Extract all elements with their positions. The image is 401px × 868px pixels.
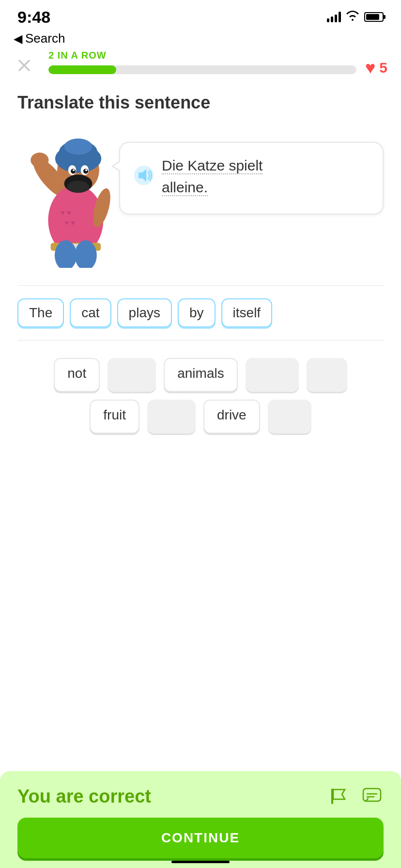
home-indicator bbox=[171, 861, 230, 863]
result-panel: You are correct CONTINUE bbox=[0, 771, 401, 868]
speech-text: Die Katze spielt alleine. bbox=[162, 155, 262, 198]
back-label: Search bbox=[25, 31, 65, 46]
bank-chip-empty-1 bbox=[108, 358, 156, 392]
speech-sentence-end: alleine. bbox=[162, 179, 208, 196]
status-icons bbox=[327, 10, 384, 24]
bank-chip-empty-3 bbox=[307, 358, 347, 392]
back-nav[interactable]: ◀ Search bbox=[0, 29, 401, 48]
progress-area: 2 IN A ROW ♥ 5 bbox=[0, 48, 401, 83]
character-figure: ♥ ♥ ♥ ♥ bbox=[17, 123, 129, 270]
svg-rect-27 bbox=[363, 789, 381, 801]
character-area: ♥ ♥ ♥ ♥ bbox=[17, 123, 384, 278]
progress-bar bbox=[48, 65, 356, 74]
bank-chip-empty-5 bbox=[268, 400, 311, 434]
speech-sentence-main: Die Katze spielt bbox=[162, 157, 262, 174]
result-icons bbox=[328, 785, 384, 808]
bank-chip-not[interactable]: not bbox=[54, 358, 100, 392]
progress-fill bbox=[48, 65, 116, 74]
signal-icon bbox=[327, 12, 341, 22]
status-bar: 9:48 bbox=[0, 0, 401, 29]
hearts-count: 5 bbox=[379, 60, 387, 76]
svg-point-20 bbox=[67, 181, 90, 193]
word-bank: not animals fruit drive bbox=[17, 348, 384, 446]
status-time: 9:48 bbox=[17, 8, 50, 27]
bank-chip-empty-2 bbox=[246, 358, 299, 392]
divider-bottom bbox=[17, 340, 384, 341]
bank-chip-drive[interactable]: drive bbox=[203, 400, 260, 434]
back-arrow-icon: ◀ bbox=[14, 32, 22, 46]
main-content: Translate this sentence ♥ ♥ ♥ ♥ bbox=[0, 83, 401, 456]
speech-bubble: Die Katze spielt alleine. bbox=[119, 142, 384, 215]
heart-icon: ♥ bbox=[365, 58, 375, 78]
chat-button[interactable] bbox=[360, 785, 384, 808]
wifi-icon bbox=[346, 10, 359, 24]
svg-line-0 bbox=[19, 61, 29, 70]
battery-icon bbox=[364, 12, 384, 22]
answer-chip-by[interactable]: by bbox=[178, 298, 216, 327]
flag-button[interactable] bbox=[328, 785, 352, 808]
answer-chip-the[interactable]: The bbox=[17, 298, 64, 327]
hearts-area: ♥ 5 bbox=[365, 58, 387, 78]
word-bank-row-1: not animals bbox=[17, 358, 384, 392]
svg-point-12 bbox=[64, 139, 93, 155]
svg-text:♥ ♥: ♥ ♥ bbox=[61, 209, 71, 217]
answer-chips-area: The cat plays by itself bbox=[17, 294, 384, 332]
speech-top: Die Katze spielt alleine. bbox=[134, 155, 369, 198]
answer-chip-plays[interactable]: plays bbox=[117, 298, 172, 327]
streak-label: 2 IN A ROW bbox=[48, 50, 107, 61]
instruction-title: Translate this sentence bbox=[17, 93, 384, 113]
svg-point-18 bbox=[85, 169, 87, 171]
divider-top bbox=[17, 285, 384, 286]
close-button[interactable] bbox=[14, 55, 35, 76]
svg-point-17 bbox=[73, 169, 75, 171]
bank-chip-empty-4 bbox=[147, 400, 196, 434]
result-title: You are correct bbox=[17, 786, 151, 807]
bank-chip-fruit[interactable]: fruit bbox=[90, 400, 139, 434]
speaker-button[interactable] bbox=[134, 165, 154, 187]
svg-point-3 bbox=[31, 153, 48, 168]
continue-button[interactable]: CONTINUE bbox=[17, 818, 384, 858]
result-header: You are correct bbox=[17, 785, 384, 808]
answer-chip-itself[interactable]: itself bbox=[221, 298, 273, 327]
svg-line-1 bbox=[19, 61, 29, 70]
svg-text:♥ ♥: ♥ ♥ bbox=[65, 219, 75, 227]
answer-chip-cat[interactable]: cat bbox=[70, 298, 111, 327]
bank-chip-animals[interactable]: animals bbox=[164, 358, 237, 392]
word-bank-row-2: fruit drive bbox=[17, 400, 384, 434]
